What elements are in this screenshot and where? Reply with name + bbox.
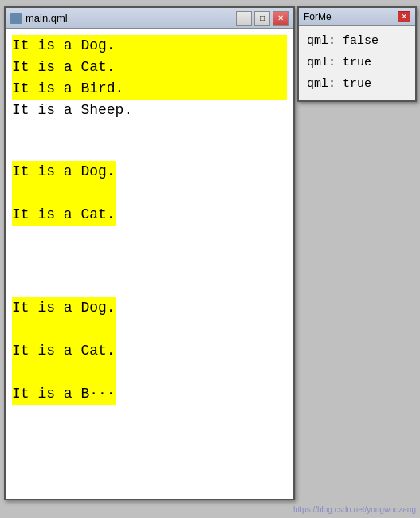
- group1-line-1: It is a Dog.: [12, 35, 287, 57]
- group3-line-2: It is a Cat.: [12, 340, 116, 362]
- close-button[interactable]: ✕: [273, 11, 289, 26]
- qml-window: main.qml − □ ✕ It is a Dog. It is a Cat.…: [4, 6, 295, 500]
- group3-line-1: It is a Dog.: [12, 297, 116, 319]
- minimize-button[interactable]: −: [236, 11, 252, 26]
- group3-box: It is a Dog. It is a Cat. It is a B···: [12, 297, 116, 405]
- group1-line-4: It is a Sheep.: [12, 100, 287, 121]
- forme-title: ForMe: [304, 11, 398, 22]
- group2-line-2: It is a Cat.: [12, 204, 116, 226]
- group1-line-3: It is a Bird.: [12, 78, 287, 100]
- spacer-1: [12, 145, 287, 161]
- window-controls: − □ ✕: [236, 11, 289, 26]
- forme-value-2: true: [343, 56, 371, 69]
- forme-label-3: qml:: [307, 77, 336, 91]
- forme-close-button[interactable]: ✕: [398, 11, 410, 22]
- restore-button[interactable]: □: [254, 11, 270, 26]
- forme-label-2: qml:: [307, 56, 336, 69]
- forme-value-1: false: [343, 34, 379, 48]
- forme-label-1: qml:: [307, 34, 336, 48]
- text-group-1: It is a Dog. It is a Cat. It is a Bird. …: [12, 35, 287, 121]
- forme-panel: ForMe ✕ qml: false qml: true qml: true: [297, 6, 417, 102]
- forme-entry-1: qml: false: [307, 30, 407, 52]
- group2-box: It is a Dog. It is a Cat.: [12, 161, 116, 226]
- watermark: https://blog.csdn.net/yongwoozang: [293, 505, 416, 514]
- text-group-2: It is a Dog. It is a Cat.: [12, 161, 287, 226]
- window-title: main.qml: [26, 12, 236, 24]
- text-group-3: It is a Dog. It is a Cat. It is a B···: [12, 297, 287, 405]
- window-icon: [10, 13, 22, 24]
- forme-entry-2: qml: true: [307, 52, 407, 73]
- forme-entry-3: qml: true: [307, 73, 407, 95]
- window-content: It is a Dog. It is a Cat. It is a Bird. …: [6, 29, 293, 499]
- spacer-2: [12, 249, 287, 297]
- group3-line-3: It is a B···: [12, 383, 116, 405]
- forme-titlebar: ForMe ✕: [299, 8, 415, 26]
- forme-value-3: true: [343, 77, 371, 91]
- window-titlebar: main.qml − □ ✕: [6, 8, 293, 29]
- group2-line-1: It is a Dog.: [12, 161, 116, 182]
- forme-content: qml: false qml: true qml: true: [299, 26, 415, 100]
- group1-line-2: It is a Cat.: [12, 57, 287, 78]
